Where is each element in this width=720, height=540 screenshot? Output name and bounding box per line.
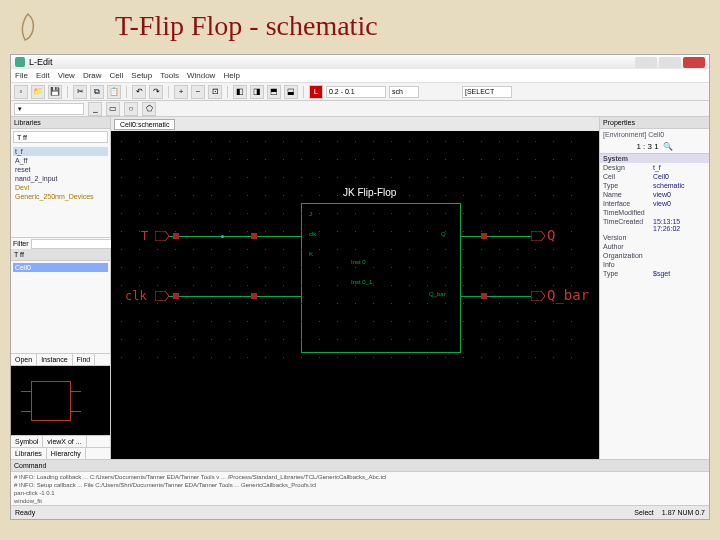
junction [221, 235, 224, 238]
scale-field[interactable]: 0.2 - 0.1 [326, 86, 386, 98]
tool-poly[interactable]: ⬠ [142, 102, 156, 116]
block-pin-j: J [309, 211, 312, 217]
mode-field: [SELECT [462, 86, 512, 98]
log-line: # INFO: Loading collback ... C:/Users/Do… [14, 473, 706, 481]
preview-tabs: Symbol viewX of ... [11, 435, 110, 447]
zoom-in-icon[interactable]: 🔍 [663, 142, 673, 151]
tab-hierarchy[interactable]: Hierarchy [47, 448, 86, 459]
tool-layer[interactable]: L [309, 85, 323, 99]
log-line: pan-click -1 0.1 [14, 489, 706, 497]
menu-draw[interactable]: Draw [83, 71, 102, 80]
menu-tools[interactable]: Tools [160, 71, 179, 80]
symbol-preview [11, 365, 110, 435]
menu-window[interactable]: Window [187, 71, 215, 80]
wire [169, 236, 301, 237]
tool-zoom-in[interactable]: + [174, 85, 188, 99]
lib-item[interactable]: A_ff [13, 156, 108, 165]
tab-open[interactable]: Open [11, 354, 37, 365]
pin-qbar-label: Q_bar [547, 287, 589, 303]
unit-field[interactable]: sch [389, 86, 419, 98]
node [481, 293, 487, 299]
menubar: File Edit View Draw Cell Setup Tools Win… [11, 69, 709, 83]
lib-item[interactable]: Generic_250nm_Devices [13, 192, 108, 201]
jk-flipflop-block [301, 203, 461, 353]
menu-edit[interactable]: Edit [36, 71, 50, 80]
pin-q-label: Q [547, 227, 555, 243]
prop-key: Version [603, 234, 653, 241]
tool-open[interactable]: 📁 [31, 85, 45, 99]
tab-viewx[interactable]: viewX of ... [43, 436, 86, 447]
log-line: # INFO: Setup callback ... File C:/Users… [14, 481, 706, 489]
schematic-canvas[interactable]: JK Flip-Flop T clk Q Q_bar J clk K Inst … [111, 131, 599, 459]
status-select: Select [634, 509, 653, 516]
menu-setup[interactable]: Setup [131, 71, 152, 80]
main-area: Libraries T ff t_f A_ff reset nand_2_inp… [11, 117, 709, 459]
canvas-tabs: Cell0:schematic [111, 117, 599, 131]
menu-cell[interactable]: Cell [110, 71, 124, 80]
prop-val: view0 [653, 200, 706, 207]
left-tabs: Open Instance Find [11, 353, 110, 365]
prop-key: Interface [603, 200, 653, 207]
close-button[interactable] [683, 57, 705, 68]
prop-key: Author [603, 243, 653, 250]
tool-zoom-fit[interactable]: ⊡ [208, 85, 222, 99]
lib-combo[interactable]: T ff [13, 131, 108, 143]
tool-misc2[interactable]: ◨ [250, 85, 264, 99]
cell-item-selected[interactable]: Cell0 [13, 263, 108, 272]
node [173, 233, 179, 239]
node [173, 293, 179, 299]
prop-val [653, 234, 706, 241]
tab-find[interactable]: Find [73, 354, 96, 365]
menu-help[interactable]: Help [223, 71, 239, 80]
tool-misc1[interactable]: ◧ [233, 85, 247, 99]
status-coords: 1.87 NUM 0.7 [662, 509, 705, 516]
tool-rect[interactable]: ▭ [106, 102, 120, 116]
tool-misc3[interactable]: ⬒ [267, 85, 281, 99]
tool-new[interactable]: ▫ [14, 85, 28, 99]
prop-val: Cell0 [653, 173, 706, 180]
prop-key: Type [603, 182, 653, 189]
window-title: L-Edit [29, 57, 53, 67]
tool-wire[interactable]: ⎯ [88, 102, 102, 116]
port-in-icon [155, 291, 169, 301]
tool-paste[interactable]: 📋 [107, 85, 121, 99]
command-header: Command [11, 460, 709, 472]
tab-symbol[interactable]: Symbol [11, 436, 43, 447]
tool-redo[interactable]: ↷ [149, 85, 163, 99]
tool-zoom-out[interactable]: − [191, 85, 205, 99]
tab-instance[interactable]: Instance [37, 354, 72, 365]
lib-item[interactable]: t_f [13, 147, 108, 156]
system-group[interactable]: System [603, 155, 653, 162]
node [481, 233, 487, 239]
port-in-icon [155, 231, 169, 241]
prop-val: schematic [653, 182, 706, 189]
prop-val [653, 243, 706, 250]
leaf-icon [15, 12, 41, 42]
prop-key: Cell [603, 173, 653, 180]
menu-view[interactable]: View [58, 71, 75, 80]
tool-cut[interactable]: ✂ [73, 85, 87, 99]
menu-file[interactable]: File [15, 71, 28, 80]
tool-circle[interactable]: ○ [124, 102, 138, 116]
pin-t-label: T [141, 229, 148, 243]
net-combo[interactable]: ▾ [14, 103, 84, 115]
lib-item[interactable]: nand_2_input [13, 174, 108, 183]
left-panel: Libraries T ff t_f A_ff reset nand_2_inp… [11, 117, 111, 459]
tab-libraries[interactable]: Libraries [11, 448, 47, 459]
zoom-row: 1 : 3 1 🔍 [600, 140, 709, 154]
tool-save[interactable]: 💾 [48, 85, 62, 99]
tool-misc4[interactable]: ⬓ [284, 85, 298, 99]
prop-key: TimeCreated [603, 218, 653, 232]
lib-item[interactable]: reset [13, 165, 108, 174]
lib-item[interactable]: Devi [13, 183, 108, 192]
maximize-button[interactable] [659, 57, 681, 68]
toolbar-main: ▫ 📁 💾 ✂ ⧉ 📋 ↶ ↷ + − ⊡ ◧ ◨ ⬒ ⬓ L 0.2 - 0.… [11, 83, 709, 101]
canvas-tab[interactable]: Cell0:schematic [114, 119, 175, 130]
tool-copy[interactable]: ⧉ [90, 85, 104, 99]
filter-label: Filter [13, 240, 29, 247]
block-label: JK Flip-Flop [341, 187, 398, 198]
minimize-button[interactable] [635, 57, 657, 68]
tool-undo[interactable]: ↶ [132, 85, 146, 99]
node [251, 293, 257, 299]
prop-val: $sget [653, 270, 706, 277]
